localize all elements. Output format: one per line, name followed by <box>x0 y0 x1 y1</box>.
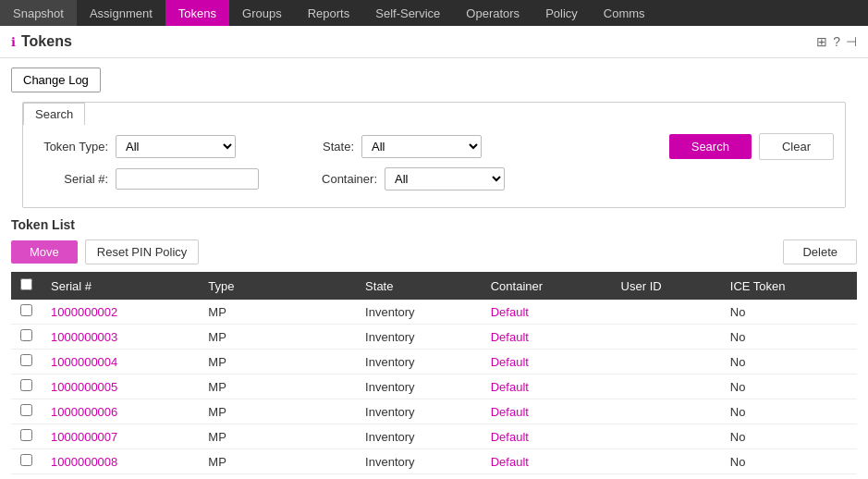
col-state: State <box>356 272 482 300</box>
col-container: Container <box>482 272 612 300</box>
nav-item-policy[interactable]: Policy <box>532 0 591 26</box>
type-cell: MP <box>199 399 356 424</box>
serial-link[interactable]: 1000000002 <box>51 305 117 319</box>
row-checkbox-3[interactable] <box>20 379 32 391</box>
nav-item-tokens[interactable]: Tokens <box>165 0 229 26</box>
type-cell: MP <box>199 449 356 474</box>
col-serial: Serial # <box>42 272 199 300</box>
reset-pin-button[interactable]: Reset PIN Policy <box>85 240 200 264</box>
state-cell: Inventory <box>356 474 482 480</box>
ice-cell: No <box>721 474 857 480</box>
token-type-select[interactable]: All <box>116 135 236 158</box>
container-link[interactable]: Default <box>491 405 529 419</box>
container-link[interactable]: Default <box>491 455 529 469</box>
grid-icon[interactable]: ⊞ <box>816 34 827 49</box>
nav-bar: SnapshotAssignmentTokensGroupsReportsSel… <box>0 0 868 26</box>
user-cell <box>612 350 721 375</box>
container-link[interactable]: Default <box>491 430 529 444</box>
ice-cell: No <box>721 424 857 449</box>
token-table-body: 1000000002MPInventoryDefaultNo1000000003… <box>11 300 857 479</box>
type-cell: MP <box>199 424 356 449</box>
change-log-button[interactable]: Change Log <box>11 68 101 92</box>
container-link[interactable]: Default <box>491 380 529 394</box>
search-row-1: Token Type: All State: All Search Clear <box>34 133 834 160</box>
ice-cell: No <box>721 449 857 474</box>
main-page: ℹ Tokens ⊞ ? ⊣ Change Log Search Token T… <box>0 26 868 479</box>
clear-button[interactable]: Clear <box>759 133 834 160</box>
col-type: Type <box>199 272 356 300</box>
type-cell: MobilePASS <box>199 474 356 480</box>
serial-link[interactable]: 1000000006 <box>51 405 117 419</box>
user-cell <box>612 474 721 480</box>
container-link[interactable]: Default <box>491 305 529 319</box>
container-link[interactable]: Default <box>491 355 529 369</box>
state-label: State: <box>280 140 354 154</box>
ice-cell: No <box>721 399 857 424</box>
ice-cell: No <box>721 325 857 350</box>
search-panel: Search Token Type: All State: All Search… <box>22 102 846 208</box>
state-cell: Inventory <box>356 375 482 399</box>
row-checkbox-6[interactable] <box>20 454 32 466</box>
container-label: Container: <box>303 172 377 186</box>
search-buttons: Search Clear <box>669 133 834 160</box>
select-all-checkbox[interactable] <box>20 278 32 290</box>
list-actions: Move Reset PIN Policy Delete <box>11 240 857 264</box>
col-userid: User ID <box>612 272 721 300</box>
page-header: ℹ Tokens ⊞ ? ⊣ <box>0 26 868 58</box>
table-row: 1000000007MPInventoryDefaultNo <box>11 424 857 449</box>
table-row: 1000000006MPInventoryDefaultNo <box>11 399 857 424</box>
state-cell: Inventory <box>356 350 482 375</box>
user-cell <box>612 399 721 424</box>
nav-item-operators[interactable]: Operators <box>453 0 532 26</box>
search-tab[interactable]: Search <box>23 103 85 125</box>
table-header-row: Serial # Type State Container User ID IC… <box>11 272 857 300</box>
nav-item-reports[interactable]: Reports <box>295 0 363 26</box>
help-icon[interactable]: ? <box>833 34 840 49</box>
serial-link[interactable]: 1000000003 <box>51 330 117 344</box>
state-cell: Inventory <box>356 325 482 350</box>
type-cell: MP <box>199 350 356 375</box>
row-checkbox-2[interactable] <box>20 354 32 366</box>
nav-item-self-service[interactable]: Self-Service <box>362 0 453 26</box>
search-button[interactable]: Search <box>669 134 752 159</box>
state-cell: Inventory <box>356 424 482 449</box>
type-cell: MP <box>199 375 356 399</box>
state-select[interactable]: All <box>361 135 482 158</box>
row-checkbox-1[interactable] <box>20 329 32 341</box>
user-cell <box>612 424 721 449</box>
search-panel-body: Token Type: All State: All Search Clear … <box>23 124 845 207</box>
state-cell: Inventory <box>356 399 482 424</box>
user-cell <box>612 449 721 474</box>
serial-link[interactable]: 1000000007 <box>51 430 117 444</box>
table-row: 1000000009MobilePASSInventoryDefaultNo <box>11 474 857 480</box>
row-checkbox-5[interactable] <box>20 429 32 441</box>
ice-cell: No <box>721 350 857 375</box>
user-cell <box>612 300 721 325</box>
serial-link[interactable]: 1000000004 <box>51 355 117 369</box>
token-list-title: Token List <box>11 217 857 232</box>
delete-button[interactable]: Delete <box>783 240 857 264</box>
token-table: Serial # Type State Container User ID IC… <box>11 272 857 479</box>
token-list-section: Token List Move Reset PIN Policy Delete … <box>0 217 868 479</box>
serial-input[interactable] <box>116 168 259 190</box>
state-cell: Inventory <box>356 300 482 325</box>
nav-item-groups[interactable]: Groups <box>229 0 295 26</box>
token-type-label: Token Type: <box>34 140 108 154</box>
serial-link[interactable]: 1000000008 <box>51 455 117 469</box>
nav-item-snapshot[interactable]: Snapshot <box>0 0 77 26</box>
user-cell <box>612 375 721 399</box>
info-icon: ℹ <box>11 35 16 49</box>
row-checkbox-4[interactable] <box>20 404 32 416</box>
ice-cell: No <box>721 300 857 325</box>
nav-item-comms[interactable]: Comms <box>591 0 658 26</box>
container-select[interactable]: All <box>385 167 505 190</box>
move-button[interactable]: Move <box>11 240 78 264</box>
search-panel-tab-container: Search <box>23 103 845 124</box>
expand-icon[interactable]: ⊣ <box>846 34 857 49</box>
ice-cell: No <box>721 375 857 399</box>
container-link[interactable]: Default <box>491 330 529 344</box>
type-cell: MP <box>199 300 356 325</box>
serial-link[interactable]: 1000000005 <box>51 380 117 394</box>
nav-item-assignment[interactable]: Assignment <box>77 0 165 26</box>
row-checkbox-0[interactable] <box>20 304 32 316</box>
